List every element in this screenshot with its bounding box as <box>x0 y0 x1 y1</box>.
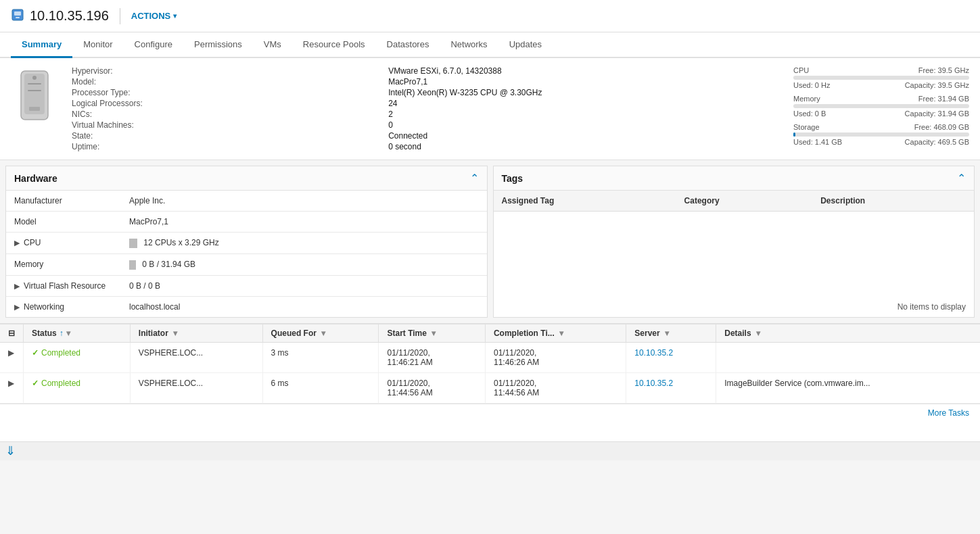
cpu-capacity: Capacity: 39.5 GHz <box>905 81 969 89</box>
storage-resource: Storage Free: 468.09 GB Used: 1.41 GB Ca… <box>793 123 969 146</box>
task2-start: 01/11/2020,11:44:56 AM <box>379 372 485 403</box>
status-filter-icon[interactable]: ▾ <box>66 329 70 338</box>
cpu-expand-icon[interactable]: ▶ <box>14 239 20 247</box>
hw-model-label: Model <box>6 212 121 233</box>
header-divider <box>120 8 120 24</box>
more-tasks-link[interactable]: More Tasks <box>0 404 980 422</box>
server-filter-icon[interactable]: ▾ <box>665 329 669 338</box>
tab-networks[interactable]: Networks <box>440 32 498 58</box>
tab-summary[interactable]: Summary <box>11 32 72 58</box>
memory-chip-icon <box>129 260 136 270</box>
cpu-bar-bg <box>793 76 969 80</box>
tab-vms[interactable]: VMs <box>253 32 292 58</box>
no-items-label: No items to display <box>889 297 974 317</box>
hw-row-vflash: ▶Virtual Flash Resource 0 B / 0 B <box>6 275 487 296</box>
task2-server-link[interactable]: 10.10.35.2 <box>634 379 673 388</box>
actions-button[interactable]: ACTIONS ▾ <box>131 11 177 21</box>
tasks-col-queued[interactable]: Queued For ▾ <box>262 324 379 343</box>
task1-initiator: VSPHERE.LOC... <box>130 342 262 372</box>
svg-rect-2 <box>16 17 20 18</box>
task2-expand-icon[interactable]: ▶ <box>8 379 14 388</box>
task2-check-icon: ✓ <box>32 379 39 388</box>
networking-expand-icon[interactable]: ▶ <box>14 303 20 311</box>
hardware-table: Manufacturer Apple Inc. Model MacPro7,1 … <box>6 191 487 317</box>
hypervisor-value: VMware ESXi, 6.7.0, 14320388 <box>388 66 780 76</box>
panels-area: Hardware ⌃ Manufacturer Apple Inc. Model… <box>0 160 980 323</box>
storage-free: Free: 468.09 GB <box>914 123 969 131</box>
task-row-1: ▶ ✓ Completed VSPHERE.LOC... 3 ms 01/11/… <box>0 342 980 372</box>
resource-panel: CPU Free: 39.5 GHz Used: 0 Hz Capacity: … <box>780 66 969 146</box>
completion-filter-icon[interactable]: ▾ <box>559 329 563 338</box>
tasks-col-status[interactable]: Status ↑ ▾ <box>24 324 131 343</box>
expand-all-icon[interactable]: ⊟ <box>8 329 15 338</box>
hardware-panel: Hardware ⌃ Manufacturer Apple Inc. Model… <box>5 166 488 318</box>
tab-resource-pools[interactable]: Resource Pools <box>292 32 376 58</box>
hw-model-value: MacPro7,1 <box>121 212 487 233</box>
vflash-expand-icon[interactable]: ▶ <box>14 282 20 290</box>
hardware-table-container: Manufacturer Apple Inc. Model MacPro7,1 … <box>6 191 487 317</box>
hardware-collapse-icon[interactable]: ⌃ <box>470 172 479 185</box>
hw-cpu-label: ▶CPU <box>6 233 121 254</box>
hw-row-model: Model MacPro7,1 <box>6 212 487 233</box>
tasks-col-details[interactable]: Details ▾ <box>716 324 980 343</box>
vms-label: Virtual Machines: <box>72 120 380 130</box>
svg-point-7 <box>32 76 37 80</box>
svg-rect-5 <box>28 83 41 84</box>
hw-row-cpu: ▶CPU 12 CPUs x 3.29 GHz <box>6 233 487 254</box>
hw-row-manufacturer: Manufacturer Apple Inc. <box>6 191 487 212</box>
tab-datastores[interactable]: Datastores <box>376 32 440 58</box>
bottom-bar: ⇓ <box>0 441 980 460</box>
task1-expand-icon[interactable]: ▶ <box>8 348 14 358</box>
memory-capacity: Capacity: 31.94 GB <box>905 110 969 118</box>
top-header: 10.10.35.196 ACTIONS ▾ <box>0 0 980 32</box>
tags-table: Assigned Tag Category Description <box>494 191 975 212</box>
task2-queued: 6 ms <box>262 372 379 403</box>
tasks-col-expand: ⊟ <box>0 324 24 343</box>
task1-completion: 01/11/2020,11:46:26 AM <box>485 342 626 372</box>
tags-content: Assigned Tag Category Description No ite… <box>494 191 975 317</box>
task1-server-link[interactable]: 10.10.35.2 <box>634 348 673 358</box>
host-image <box>11 66 58 127</box>
tab-monitor[interactable]: Monitor <box>72 32 123 58</box>
task1-start: 01/11/2020,11:46:21 AM <box>379 342 485 372</box>
tags-panel: Tags ⌃ Assigned Tag Category Description… <box>493 166 975 318</box>
scroll-down-icon[interactable]: ⇓ <box>5 443 16 458</box>
queued-filter-icon[interactable]: ▾ <box>321 329 325 338</box>
storage-bar-fill <box>793 132 795 137</box>
cpu-free: Free: 39.5 GHz <box>918 66 969 74</box>
hw-memory-label: Memory <box>6 253 121 275</box>
nics-value: 2 <box>388 110 780 119</box>
task2-expand[interactable]: ▶ <box>0 372 24 403</box>
tasks-col-server[interactable]: Server ▾ <box>626 324 716 343</box>
vms-count: 0 <box>388 120 780 130</box>
task2-server[interactable]: 10.10.35.2 <box>626 372 716 403</box>
memory-label: Memory <box>793 95 820 103</box>
details-filter-icon[interactable]: ▾ <box>756 329 760 338</box>
start-filter-icon[interactable]: ▾ <box>431 329 436 338</box>
task1-expand[interactable]: ▶ <box>0 342 24 372</box>
chevron-down-icon: ▾ <box>173 12 177 20</box>
storage-capacity: Capacity: 469.5 GB <box>905 138 969 146</box>
host-info-grid: Hypervisor: VMware ESXi, 6.7.0, 14320388… <box>72 66 780 151</box>
summary-top: Hypervisor: VMware ESXi, 6.7.0, 14320388… <box>0 58 980 160</box>
hw-row-memory: Memory 0 B / 31.94 GB <box>6 253 487 275</box>
tasks-col-completion[interactable]: Completion Ti... ▾ <box>485 324 626 343</box>
task2-details: ImageBuilder Service (com.vmware.im... <box>716 372 980 403</box>
task1-server[interactable]: 10.10.35.2 <box>626 342 716 372</box>
tags-collapse-icon[interactable]: ⌃ <box>957 172 966 185</box>
tab-updates[interactable]: Updates <box>498 32 553 58</box>
tasks-col-initiator[interactable]: Initiator ▾ <box>130 324 262 343</box>
task2-initiator: VSPHERE.LOC... <box>130 372 262 403</box>
memory-bar-bg <box>793 104 969 108</box>
tasks-col-start[interactable]: Start Time ▾ <box>379 324 485 343</box>
hw-vflash-label: ▶Virtual Flash Resource <box>6 275 121 296</box>
initiator-filter-icon[interactable]: ▾ <box>173 329 177 338</box>
tab-permissions[interactable]: Permissions <box>183 32 253 58</box>
processor-value: Intel(R) Xeon(R) W-3235 CPU @ 3.30GHz <box>388 88 780 97</box>
tasks-table: ⊟ Status ↑ ▾ Initiator ▾ Queued For ▾ <box>0 324 980 404</box>
hw-networking-label: ▶Networking <box>6 296 121 317</box>
tab-configure[interactable]: Configure <box>124 32 183 58</box>
status-sort-icon: ↑ <box>60 329 64 338</box>
tags-header-row: Assigned Tag Category Description <box>494 191 975 212</box>
task-row-2: ▶ ✓ Completed VSPHERE.LOC... 6 ms 01/11/… <box>0 372 980 403</box>
